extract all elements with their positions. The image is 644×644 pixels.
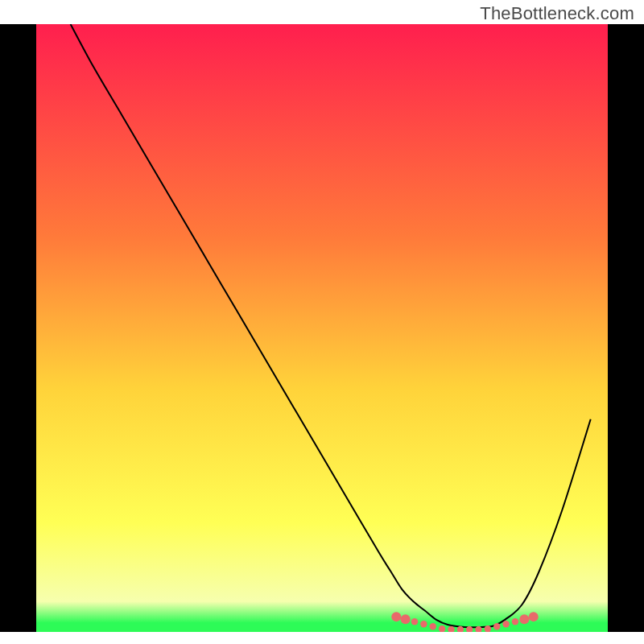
left-border: [0, 24, 36, 632]
watermark-text: TheBottleneck.com: [480, 3, 634, 24]
right-border: [608, 24, 644, 632]
bottleneck-chart: [0, 0, 644, 644]
svg-point-8: [457, 626, 464, 633]
svg-point-6: [439, 625, 445, 632]
svg-point-4: [420, 621, 427, 627]
svg-point-2: [401, 614, 411, 624]
chart-frame: TheBottleneck.com: [0, 0, 644, 644]
svg-point-1: [391, 612, 401, 621]
svg-point-11: [485, 625, 491, 632]
svg-point-15: [519, 614, 529, 624]
svg-point-7: [448, 626, 454, 633]
svg-point-10: [475, 626, 481, 633]
svg-point-14: [512, 618, 518, 625]
svg-point-12: [493, 623, 500, 630]
svg-point-5: [430, 623, 436, 630]
svg-point-13: [502, 621, 509, 627]
svg-point-16: [529, 612, 539, 621]
svg-point-3: [411, 618, 418, 625]
svg-point-9: [466, 626, 473, 633]
bottom-strip: [0, 632, 644, 644]
